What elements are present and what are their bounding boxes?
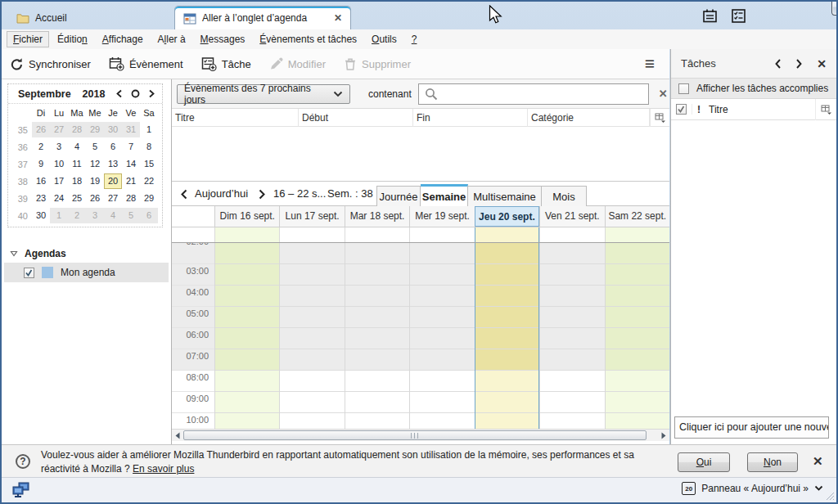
synchronize-button[interactable]: Synchroniser bbox=[10, 57, 91, 71]
grid-cell[interactable] bbox=[606, 264, 669, 286]
day-header-normal[interactable]: Ven 21 sept. bbox=[539, 206, 604, 227]
titlebar[interactable]: Accueil Aller à l’onglet d’agenda ✕ ✕ bbox=[2, 0, 836, 29]
grid-cell[interactable] bbox=[215, 286, 279, 307]
minimonth-day-cell[interactable]: 30 bbox=[32, 208, 50, 223]
agenda-list-item[interactable]: Mon agenda bbox=[4, 263, 169, 282]
tasks-title-column[interactable]: Titre bbox=[705, 104, 815, 115]
menu-vnementsettches[interactable]: Évènements et tâches bbox=[253, 31, 363, 47]
horizontal-scrollbar[interactable] bbox=[172, 429, 669, 441]
minimonth-day-cell[interactable]: 23 bbox=[32, 191, 50, 206]
scroll-left-icon[interactable] bbox=[174, 432, 181, 439]
minimonth-day-cell[interactable]: 4 bbox=[68, 139, 86, 155]
next-week-icon[interactable] bbox=[259, 189, 266, 200]
view-tab-journee[interactable]: Journée bbox=[376, 186, 421, 207]
grid-cell[interactable] bbox=[475, 392, 538, 413]
minimonth-day-cell[interactable]: 31 bbox=[122, 122, 140, 137]
grid-cell[interactable] bbox=[215, 349, 279, 371]
tasks-check-column[interactable] bbox=[676, 104, 687, 115]
learn-more-link[interactable]: En savoir plus bbox=[133, 463, 194, 475]
grid-cell[interactable] bbox=[345, 392, 409, 413]
scroll-right-icon[interactable] bbox=[660, 432, 667, 439]
grid-cell[interactable] bbox=[345, 413, 409, 429]
column-debut[interactable]: Début bbox=[299, 109, 413, 127]
notification-close-icon[interactable]: ✕ bbox=[813, 454, 823, 469]
column-categorie[interactable]: Catégorie bbox=[528, 109, 650, 127]
minimonth-day-cell[interactable]: 4 bbox=[104, 208, 122, 223]
minimonth-day-cell[interactable]: 3 bbox=[86, 208, 104, 223]
allday-cell[interactable] bbox=[605, 227, 669, 242]
view-tab-mois[interactable]: Mois bbox=[542, 186, 587, 207]
minimonth-day-cell[interactable]: 10 bbox=[50, 156, 68, 172]
allday-cell[interactable] bbox=[345, 227, 409, 242]
offline-indicator-icon[interactable] bbox=[11, 482, 31, 498]
grid-cell[interactable] bbox=[606, 243, 669, 264]
grid-cell[interactable] bbox=[475, 371, 538, 392]
grid-cell[interactable] bbox=[540, 307, 604, 328]
minimonth-day-cell[interactable]: 19 bbox=[86, 173, 104, 189]
minimonth-day-cell[interactable]: 11 bbox=[68, 156, 86, 172]
grid-cell[interactable] bbox=[280, 286, 344, 307]
yes-button[interactable]: Oui bbox=[678, 452, 730, 472]
grid-cell[interactable] bbox=[280, 413, 344, 429]
minimonth-day-cell[interactable]: 8 bbox=[140, 139, 158, 155]
new-task-button[interactable]: Tâche bbox=[201, 56, 251, 71]
grid-cell[interactable] bbox=[280, 243, 344, 264]
no-button[interactable]: Non bbox=[747, 452, 798, 472]
clear-filter-icon[interactable]: ✕ bbox=[659, 88, 668, 100]
today-circle-icon[interactable] bbox=[131, 89, 140, 98]
day-header-weekend[interactable]: Sam 22 sept. bbox=[605, 206, 669, 227]
grid-cell[interactable] bbox=[606, 349, 669, 371]
allday-cell[interactable] bbox=[539, 227, 604, 242]
minimonth-year[interactable]: 2018 bbox=[83, 88, 106, 100]
menu-affichage[interactable]: Affichage bbox=[96, 31, 150, 47]
grid-cell[interactable] bbox=[540, 392, 604, 413]
view-tab-multisemaine[interactable]: Multisemaine bbox=[468, 186, 542, 207]
grid-cell[interactable] bbox=[280, 371, 344, 392]
tasks-column-header[interactable]: ! Titre bbox=[671, 99, 836, 120]
minimonth-day-cell[interactable]: 26 bbox=[32, 122, 50, 137]
grid-cell[interactable] bbox=[410, 307, 474, 328]
grid-cell[interactable] bbox=[410, 328, 474, 349]
day-header-normal[interactable]: Lun 17 sept. bbox=[279, 206, 344, 227]
event-filter-dropdown[interactable]: Évènements des 7 prochains jours bbox=[177, 84, 350, 104]
grid-cell[interactable] bbox=[280, 307, 344, 328]
day-header-today[interactable]: Jeu 20 sept. bbox=[475, 206, 539, 227]
grid-cell[interactable] bbox=[410, 392, 474, 413]
grid-cell[interactable] bbox=[475, 413, 538, 429]
twisty-icon[interactable] bbox=[10, 250, 18, 258]
view-tab-semaine[interactable]: Semaine bbox=[421, 184, 468, 207]
minimonth-day-cell[interactable]: 12 bbox=[86, 156, 104, 172]
minimonth-day-cell[interactable]: 15 bbox=[140, 156, 158, 172]
allday-cell[interactable] bbox=[475, 227, 539, 242]
minimonth-day-cell[interactable]: 3 bbox=[50, 139, 68, 155]
search-input[interactable] bbox=[418, 83, 649, 105]
grid-cell[interactable] bbox=[540, 413, 604, 429]
today-pane-toggle[interactable]: 20 Panneau « Aujourd’hui » bbox=[682, 482, 823, 495]
titlebar-tasks-icon[interactable] bbox=[731, 8, 746, 24]
grid-cell[interactable] bbox=[215, 243, 279, 264]
minimonth-day-cell[interactable]: 13 bbox=[104, 156, 122, 172]
resize-grip[interactable] bbox=[823, 489, 835, 501]
tasks-close-icon[interactable]: ✕ bbox=[817, 57, 827, 70]
grid-cell[interactable] bbox=[540, 371, 604, 392]
titlebar-calendar-icon[interactable] bbox=[702, 8, 718, 24]
day-header-weekend[interactable]: Dim 16 sept. bbox=[214, 206, 279, 227]
agenda-checkbox[interactable] bbox=[24, 268, 34, 278]
grid-cell[interactable] bbox=[215, 307, 279, 328]
minimonth-day-cell[interactable]: 26 bbox=[86, 191, 104, 206]
grid-cell[interactable] bbox=[280, 328, 344, 349]
grid-cell[interactable] bbox=[345, 349, 409, 371]
menu-?[interactable]: ? bbox=[405, 31, 424, 47]
grid-cell[interactable] bbox=[475, 307, 538, 328]
menu-messages[interactable]: Messages bbox=[194, 31, 252, 47]
tasks-column-picker-icon[interactable] bbox=[815, 99, 836, 120]
grid-cell[interactable] bbox=[540, 243, 604, 264]
minimonth-day-cell[interactable]: 2 bbox=[32, 139, 50, 155]
scrollbar-thumb[interactable] bbox=[183, 430, 647, 440]
next-month-icon[interactable] bbox=[148, 89, 155, 98]
minimonth-day-cell[interactable]: 2 bbox=[68, 208, 86, 223]
grid-cell[interactable] bbox=[345, 371, 409, 392]
menu-fichier[interactable]: Fichier bbox=[7, 31, 49, 47]
grid-cell[interactable] bbox=[280, 392, 344, 413]
grid-cell[interactable] bbox=[345, 328, 409, 349]
